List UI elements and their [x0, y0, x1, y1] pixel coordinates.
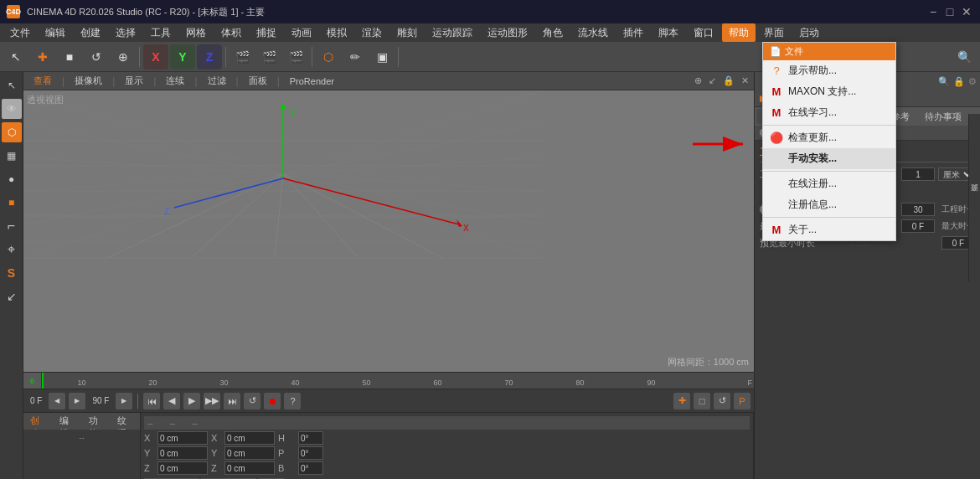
tool-film1[interactable]: 🎬: [230, 44, 255, 70]
vp-tab-view[interactable]: 查看: [27, 73, 59, 90]
dropdown-online-learn[interactable]: M 在线学习...: [763, 102, 895, 123]
rp-search[interactable]: 🔍: [938, 76, 950, 87]
dropdown-reg-info[interactable]: 注册信息...: [763, 194, 895, 215]
btab-function[interactable]: 功能: [82, 413, 111, 430]
menu-create[interactable]: 创建: [74, 23, 107, 42]
tool-y[interactable]: Y: [170, 44, 195, 70]
menu-sculpt[interactable]: 雕刻: [390, 23, 424, 42]
tool-paint[interactable]: ✏: [343, 44, 368, 70]
vp-tab-panel[interactable]: 面板: [242, 73, 274, 90]
tool-scale[interactable]: ⊕: [111, 44, 136, 70]
vp-icon-close[interactable]: ✕: [740, 75, 750, 87]
menu-volume[interactable]: 体积: [214, 23, 248, 42]
tool-sphere[interactable]: ⬡: [316, 44, 341, 70]
menu-mograph[interactable]: 运动跟踪: [426, 23, 479, 42]
coord-y-rot[interactable]: [298, 446, 323, 460]
pb-play[interactable]: ▶: [183, 393, 200, 409]
menu-select[interactable]: 选择: [109, 23, 142, 42]
coord-x-pos[interactable]: [157, 431, 208, 445]
timeline-track[interactable]: 10 20 30 40 50 60 70 80 90 F: [42, 373, 754, 389]
pb-arrow-right[interactable]: ▶: [69, 393, 85, 409]
coord-y-pos[interactable]: [157, 446, 208, 460]
vp-tab-filter[interactable]: 过滤: [201, 73, 233, 90]
menu-mesh[interactable]: 网格: [179, 23, 213, 42]
coord-x-size[interactable]: [224, 431, 275, 445]
pb-loop[interactable]: ↺: [244, 393, 260, 409]
coord-z-pos[interactable]: [157, 461, 208, 475]
dropdown-about[interactable]: M 关于...: [763, 219, 895, 240]
close-button[interactable]: ✕: [960, 5, 973, 18]
menu-file[interactable]: 文件: [3, 23, 37, 42]
menu-motiongraph[interactable]: 运动图形: [481, 23, 534, 42]
menu-tools[interactable]: 工具: [144, 23, 178, 42]
menu-simulate[interactable]: 模拟: [320, 23, 353, 42]
menu-render[interactable]: 渲染: [355, 23, 389, 42]
maximize-button[interactable]: □: [943, 5, 957, 18]
menu-animate[interactable]: 动画: [285, 23, 318, 42]
menu-edit[interactable]: 编辑: [39, 23, 72, 42]
tool-search[interactable]: 🔍: [952, 44, 977, 70]
dropdown-maxon-support[interactable]: M MAXON 支持...: [763, 81, 895, 102]
menu-snap[interactable]: 捕捉: [250, 23, 283, 42]
sidebar-checker[interactable]: ▦: [2, 146, 22, 166]
sidebar-box2[interactable]: ■: [2, 193, 22, 213]
tool-x[interactable]: X: [143, 44, 168, 70]
menu-interface[interactable]: 界面: [757, 23, 791, 42]
ps-value-fps[interactable]: [901, 203, 935, 216]
pb-next-frame[interactable]: ▶▶: [204, 393, 220, 409]
vp-icon-lock[interactable]: 🔒: [721, 75, 736, 87]
dropdown-manual-install[interactable]: 手动安装...: [763, 148, 895, 169]
coord-z-rot[interactable]: [298, 461, 323, 475]
pb-refresh[interactable]: ↺: [714, 393, 730, 409]
menu-character[interactable]: 角色: [536, 23, 570, 42]
sidebar-cursor2[interactable]: ⌖: [2, 240, 22, 260]
coord-y-size[interactable]: [224, 446, 275, 460]
menu-script[interactable]: 脚本: [652, 23, 685, 42]
sidebar-s[interactable]: S: [2, 263, 22, 283]
menu-window[interactable]: 窗口: [687, 23, 720, 42]
btab-texture[interactable]: 纹理: [111, 413, 140, 430]
pb-go-end[interactable]: ⏭: [224, 393, 240, 409]
dropdown-online-register[interactable]: 在线注册...: [763, 173, 895, 194]
ps-value-mintime[interactable]: [901, 219, 935, 233]
tool-box[interactable]: ■: [57, 44, 82, 70]
sidebar-sphere[interactable]: ●: [2, 169, 22, 189]
pb-box2[interactable]: □: [694, 393, 710, 409]
tool-rotate[interactable]: ↺: [84, 44, 109, 70]
minimize-button[interactable]: −: [926, 5, 940, 18]
vp-icon-arrow[interactable]: ↙: [707, 75, 718, 87]
sidebar-view[interactable]: 👁: [2, 99, 22, 119]
ptab-todo[interactable]: 待办事项: [918, 109, 968, 124]
tool-film2[interactable]: 🎬: [256, 44, 281, 70]
menu-plugins[interactable]: 插件: [616, 23, 650, 42]
pb-record[interactable]: ⏺: [264, 393, 281, 409]
sidebar-pointer[interactable]: ↖: [2, 75, 22, 95]
timeline-cursor[interactable]: [42, 373, 44, 389]
tool-film3[interactable]: 🎬: [283, 44, 308, 70]
vp-icon-add[interactable]: ⊕: [693, 75, 704, 87]
vp-tab-continue[interactable]: 连续: [159, 73, 191, 90]
sidebar-cube[interactable]: ⬡: [2, 122, 22, 142]
menu-help[interactable]: 帮助: [722, 23, 756, 42]
dropdown-show-help[interactable]: ? 显示帮助...: [763, 60, 895, 81]
pb-prev-frame[interactable]: ◀: [163, 393, 180, 409]
pb-arrow-end[interactable]: ▶: [116, 393, 132, 409]
btab-edit[interactable]: 编辑: [53, 413, 82, 430]
pb-help[interactable]: ?: [284, 393, 301, 409]
pb-arrow-left[interactable]: ◀: [49, 393, 65, 409]
vp-tab-camera[interactable]: 摄像机: [68, 73, 109, 90]
vp-tab-display[interactable]: 显示: [118, 73, 150, 90]
rp-lock[interactable]: 🔒: [953, 76, 965, 87]
pb-go-start[interactable]: ⏮: [143, 393, 160, 409]
ps-value-scale[interactable]: [901, 167, 935, 181]
pb-puppet[interactable]: P: [734, 393, 750, 409]
tool-cursor[interactable]: ↖: [3, 44, 28, 70]
vp-tab-prorender[interactable]: ProRender: [283, 73, 341, 90]
pb-add-key[interactable]: ✚: [673, 393, 690, 409]
tool-z[interactable]: Z: [197, 44, 222, 70]
sidebar-arrow[interactable]: ↙: [2, 286, 22, 306]
tool-grid[interactable]: ▣: [369, 44, 395, 70]
rp-settings[interactable]: ⚙: [968, 76, 977, 87]
dropdown-check-update[interactable]: 🔴 检查更新...: [763, 127, 895, 148]
tool-add[interactable]: ✚: [30, 44, 55, 70]
